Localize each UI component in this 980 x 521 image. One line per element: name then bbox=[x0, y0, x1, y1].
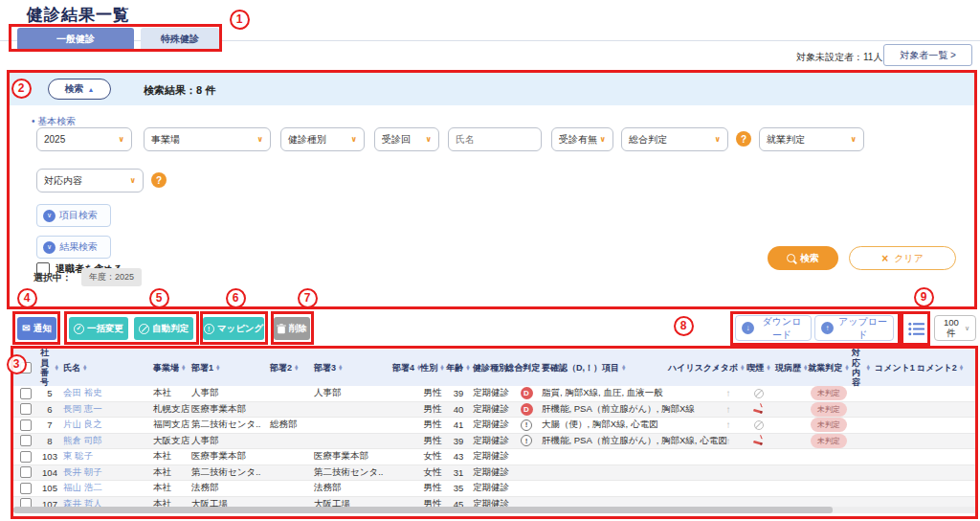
column-header-comment1[interactable]: コメント1▲▼ bbox=[873, 362, 915, 374]
sort-icon[interactable]: ▲▼ bbox=[621, 365, 626, 372]
employee-name-link[interactable]: 東 聡子 bbox=[63, 450, 93, 463]
sort-icon[interactable]: ▲▼ bbox=[82, 365, 87, 372]
collapse-arrow-icon: ▲ bbox=[88, 86, 95, 93]
bulk-change-button[interactable]: ✓ 一括変更 bbox=[69, 317, 128, 340]
target-list-button[interactable]: 対象者一覧 > bbox=[883, 44, 972, 66]
row-checkbox[interactable] bbox=[20, 419, 32, 431]
column-header-dept2[interactable]: 部署2▲▼ bbox=[268, 362, 312, 374]
mapping-button[interactable]: ! マッピング bbox=[203, 317, 264, 340]
column-header-comment2[interactable]: コメント2▲▼ bbox=[915, 362, 957, 374]
column-header-dept4[interactable]: 部署4▲▼ bbox=[390, 362, 419, 374]
cell-gender: 女性 bbox=[419, 450, 446, 463]
overall-judgment-select[interactable]: 総合判定∨ bbox=[621, 127, 728, 151]
row-checkbox[interactable] bbox=[20, 388, 32, 399]
result-search-toggle-button[interactable]: ∨ 結果検索 bbox=[36, 236, 111, 259]
cell-confirm_items: 肝機能, PSA（前立腺がん）, 胸部X線 bbox=[540, 403, 666, 416]
cell-office: 本社 bbox=[151, 466, 189, 479]
download-button[interactable]: ↓ ダウンロード bbox=[735, 315, 812, 341]
scrollbar-thumb[interactable] bbox=[13, 507, 833, 513]
year-select[interactable]: 2025∨ bbox=[36, 127, 132, 151]
work-judgment-select[interactable]: 就業判定∨ bbox=[759, 127, 864, 151]
sort-icon[interactable]: ▲▼ bbox=[465, 365, 470, 372]
tab-general-checkup[interactable]: 一般健診 bbox=[17, 28, 134, 51]
column-header-office[interactable]: 事業場▲▼ bbox=[151, 362, 189, 374]
name-input[interactable] bbox=[448, 127, 542, 151]
employee-name-link[interactable]: 長岡 恵一 bbox=[63, 403, 102, 416]
employee-name-link[interactable]: 熊倉 司郎 bbox=[63, 435, 102, 447]
column-header-confirm_items[interactable]: 要確認（D,！）項目▲▼ bbox=[540, 362, 666, 374]
exclamation-circle-icon: ! bbox=[204, 324, 214, 334]
column-header-smoking[interactable]: 喫煙▲▼ bbox=[745, 362, 773, 374]
sort-icon[interactable]: ▲▼ bbox=[866, 365, 871, 372]
column-header-age[interactable]: 年齢▲▼ bbox=[446, 362, 471, 374]
cell-dept1: 人事部 bbox=[189, 387, 268, 399]
column-header-history[interactable]: 現病歴▲▼ bbox=[773, 362, 808, 374]
notify-button[interactable]: ✉ 通知 bbox=[17, 317, 56, 340]
sort-icon[interactable]: ▲▼ bbox=[844, 365, 849, 372]
employee-name-link[interactable]: 長井 朝子 bbox=[63, 466, 102, 479]
column-header-work_judgment[interactable]: 就業判定▲▼ bbox=[808, 362, 850, 374]
search-icon bbox=[787, 254, 795, 262]
column-header-metabo[interactable]: メタボ▲▼ bbox=[712, 362, 745, 374]
attendance-select[interactable]: 受診有無∨ bbox=[551, 127, 613, 151]
column-header-overall[interactable]: 総合判定▲▼ bbox=[513, 362, 540, 374]
visit-number-select[interactable]: 受診回∨ bbox=[374, 127, 439, 151]
row-checkbox[interactable] bbox=[20, 451, 32, 463]
row-checkbox[interactable] bbox=[20, 435, 32, 446]
item-search-toggle-button[interactable]: ∨ 項目検索 bbox=[36, 204, 111, 227]
sort-icon[interactable]: ▲▼ bbox=[959, 365, 964, 372]
upload-button[interactable]: ↑ アップロード bbox=[814, 315, 894, 341]
health-check-results-page: 健診結果一覧 一般健診特殊健診 対象未設定者：11人 対象者一覧 > 検索 ▲ … bbox=[0, 0, 980, 521]
chevron-down-icon: ∨ bbox=[965, 325, 969, 332]
search-toggle-button[interactable]: 検索 ▲ bbox=[48, 79, 111, 100]
clear-button[interactable]: × クリア bbox=[849, 246, 956, 270]
response-help-icon[interactable]: ? bbox=[151, 172, 167, 188]
horizontal-scrollbar[interactable] bbox=[13, 507, 978, 513]
column-header-dept1[interactable]: 部署1▲▼ bbox=[189, 362, 268, 374]
exam-type-select[interactable]: 健診種別∨ bbox=[280, 127, 365, 151]
search-button[interactable]: 検索 bbox=[768, 246, 838, 270]
sort-icon[interactable]: ▲▼ bbox=[439, 365, 444, 372]
cell-metabo: ↑ bbox=[712, 419, 745, 430]
smoking-icon bbox=[752, 403, 766, 415]
cell-metabo: ↑ bbox=[712, 404, 745, 415]
table-row: 105福山 浩二本社法務部法務部男性35定期健診 bbox=[13, 481, 978, 497]
column-header-emp_no[interactable]: 社員番号▲▼ bbox=[38, 348, 61, 387]
sort-icon[interactable]: ▲▼ bbox=[338, 365, 343, 372]
delete-button[interactable]: 削除 bbox=[274, 317, 310, 340]
column-label: 部署2 bbox=[270, 362, 292, 374]
cell-exam_type: 定期健診 bbox=[471, 387, 513, 399]
column-header-gender[interactable]: 性別▲▼ bbox=[419, 362, 446, 374]
cell-name: 熊倉 司郎 bbox=[61, 435, 151, 447]
select-all-checkbox[interactable] bbox=[20, 362, 32, 374]
column-header-response[interactable]: 対応内容▲▼ bbox=[850, 348, 873, 387]
sort-icon[interactable]: ▲▼ bbox=[181, 365, 186, 372]
row-checkbox[interactable] bbox=[20, 403, 32, 415]
cell-work_judgment: 未判定 bbox=[808, 434, 850, 448]
employee-name-link[interactable]: 福山 浩二 bbox=[63, 482, 102, 494]
per-page-select[interactable]: 100件 ∨ bbox=[934, 315, 976, 341]
cell-age: 35 bbox=[446, 483, 471, 493]
response-select[interactable]: 対応内容∨ bbox=[36, 169, 144, 193]
cell-office: 本社 bbox=[151, 450, 189, 463]
row-checkbox[interactable] bbox=[20, 466, 32, 478]
column-header-name[interactable]: 氏名▲▼ bbox=[61, 362, 151, 374]
column-header-high_risk[interactable]: ハイリスク▲▼ bbox=[666, 362, 712, 374]
sort-icon[interactable]: ▲▼ bbox=[766, 365, 770, 372]
list-view-button[interactable] bbox=[903, 316, 928, 341]
tab-special-checkup[interactable]: 特殊健診 bbox=[141, 28, 219, 51]
table-row: 5会田 裕史本社人事部人事部男性39定期健診D脂質, 胸部X線, 血圧, 血液一… bbox=[13, 386, 978, 402]
column-header-dept3[interactable]: 部署3▲▼ bbox=[312, 362, 390, 374]
employee-name-link[interactable]: 片山 良之 bbox=[63, 419, 102, 431]
sort-icon[interactable]: ▲▼ bbox=[55, 365, 59, 372]
metabo-arrow-icon: ↑ bbox=[726, 388, 731, 398]
sort-icon[interactable]: ▲▼ bbox=[294, 365, 299, 372]
sort-icon[interactable]: ▲▼ bbox=[215, 365, 220, 372]
office-select[interactable]: 事業場∨ bbox=[144, 127, 271, 151]
column-label: 氏名 bbox=[63, 362, 80, 374]
search-result-count: 検索結果：8 件 bbox=[144, 83, 215, 98]
auto-judge-button[interactable]: 自動判定 bbox=[134, 317, 193, 340]
employee-name-link[interactable]: 会田 裕史 bbox=[63, 387, 102, 399]
overall-judgment-help-icon[interactable]: ? bbox=[736, 131, 751, 147]
row-checkbox[interactable] bbox=[20, 483, 32, 494]
